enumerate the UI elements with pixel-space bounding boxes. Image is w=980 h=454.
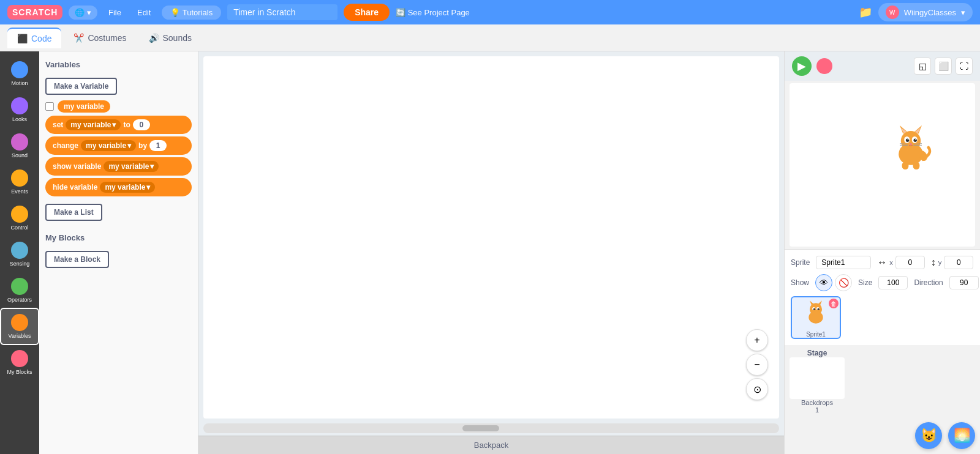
x-coord-input[interactable] (895, 256, 925, 269)
zoom-out-button[interactable]: − (746, 354, 768, 376)
right-panel: ▶ ◱ ⬜ ⛶ (784, 51, 980, 454)
sensing-dot (11, 242, 28, 259)
backdrops-count: 1 (790, 406, 845, 414)
operators-label: Operators (7, 297, 32, 303)
avatar: W (886, 6, 899, 19)
stage-title: Stage (790, 349, 845, 357)
share-button[interactable]: Share (344, 4, 390, 21)
add-backdrop-button[interactable]: 🌅 (948, 422, 975, 449)
sidebar-item-operators[interactable]: Operators (1, 273, 38, 308)
tab-code[interactable]: ⬛ Code (7, 28, 61, 48)
variable-dropdown-hide[interactable]: my variable ▾ (100, 182, 155, 193)
sidebar-item-myblocks[interactable]: My Blocks (1, 345, 38, 380)
sidebar-item-motion[interactable]: Motion (1, 56, 38, 91)
control-label: Control (10, 225, 28, 231)
make-list-button[interactable]: Make a List (45, 204, 102, 221)
stop-button[interactable] (816, 58, 832, 74)
sprite-thumb-sprite1[interactable]: 🗑 Sprite1 (791, 296, 841, 339)
tutorials-button[interactable]: 💡 Tutorials (162, 6, 221, 20)
set-value-input[interactable]: 0 (133, 119, 150, 130)
backpack-bar[interactable]: Backpack (198, 436, 784, 454)
events-dot (11, 169, 28, 187)
chevron-icon: ▾ (146, 183, 150, 192)
svg-point-26 (813, 308, 815, 310)
edit-menu-button[interactable]: Edit (132, 6, 156, 20)
sounds-icon: 🔊 (149, 33, 159, 43)
change-value-input[interactable]: 1 (149, 140, 167, 151)
sidebar-item-control[interactable]: Control (1, 201, 38, 236)
motion-label: Motion (11, 80, 28, 86)
direction-input[interactable] (949, 276, 979, 289)
sprite-panel: Sprite ↔ x ↕ y Show 👁 🚫 (785, 249, 980, 345)
small-stage-button[interactable]: ◱ (914, 58, 931, 75)
control-dot (11, 206, 28, 223)
sidebar-item-looks[interactable]: Looks (1, 92, 38, 127)
tab-sounds[interactable]: 🔊 Sounds (139, 28, 202, 48)
svg-marker-22 (818, 300, 823, 305)
language-button[interactable]: 🌐 ▾ (69, 6, 97, 20)
variable-dropdown-show[interactable]: my variable ▾ (104, 161, 159, 172)
show-label: Show (791, 278, 809, 287)
svg-rect-17 (902, 162, 909, 169)
variable-dropdown-set[interactable]: my variable ▾ (66, 119, 121, 130)
tab-costumes[interactable]: ✂️ Costumes (64, 28, 136, 48)
scrollbar-thumb (462, 425, 499, 431)
folder-icon-button[interactable]: 📁 (859, 6, 872, 19)
chevron-icon: ▾ (150, 162, 154, 171)
stage-horizontal-scrollbar[interactable] (203, 423, 779, 433)
sprite-delete-icon[interactable]: 🗑 (829, 299, 839, 308)
svg-point-8 (906, 139, 909, 142)
svg-point-23 (809, 311, 823, 323)
sidebar-item-variables[interactable]: Variables (1, 309, 38, 344)
sidebar-item-sensing[interactable]: Sensing (1, 237, 38, 272)
size-label: Size (858, 278, 872, 287)
preview-stage[interactable] (790, 83, 975, 247)
variables-section-title: Variables (45, 60, 192, 69)
normal-stage-button[interactable]: ⬜ (935, 58, 952, 75)
sidebar-item-events[interactable]: Events (1, 165, 38, 199)
make-variable-button[interactable]: Make a Variable (45, 78, 117, 95)
green-flag-button[interactable]: ▶ (792, 56, 812, 76)
hide-variable-label: hide variable (53, 183, 97, 192)
set-variable-block[interactable]: set my variable ▾ to 0 (45, 116, 192, 134)
user-menu-button[interactable]: W WiingyClasses ▾ (878, 3, 973, 21)
looks-dot (11, 97, 28, 114)
zoom-in-button[interactable]: + (746, 329, 768, 351)
x-coord-group: ↔ x (877, 256, 925, 269)
variable-checkbox[interactable] (45, 102, 54, 111)
stage-canvas[interactable]: + − ⊙ (203, 56, 779, 419)
variable-row: my variable (45, 100, 192, 113)
y-coord-input[interactable] (944, 256, 973, 269)
sprite-info-row: Sprite ↔ x ↕ y (791, 256, 974, 269)
variable-dropdown-change[interactable]: my variable ▾ (81, 140, 136, 151)
file-menu-button[interactable]: File (104, 6, 126, 20)
sprite-name-input[interactable] (816, 256, 871, 269)
sprite-thumb-image (801, 298, 831, 329)
direction-label: Direction (914, 278, 943, 287)
sidebar-item-sound[interactable]: Sound (1, 128, 38, 163)
sprite-thumb-label: Sprite1 (806, 331, 826, 338)
add-sprite-button[interactable]: 😺 (915, 422, 942, 449)
size-input[interactable] (878, 276, 908, 289)
backdrops-label: Backdrops (790, 399, 845, 406)
make-block-button[interactable]: Make a Block (45, 251, 109, 268)
operators-dot (11, 278, 28, 295)
show-hidden-button[interactable]: 🚫 (835, 274, 852, 291)
show-visible-button[interactable]: 👁 (815, 274, 832, 291)
project-title-input[interactable] (227, 4, 337, 20)
see-project-button[interactable]: 🔄 See Project Page (396, 8, 470, 17)
main-area: Motion Looks Sound Events Control Sensin… (0, 51, 980, 454)
y-coord-group: ↕ y (931, 256, 974, 269)
scratch-cat-sprite (883, 120, 938, 175)
hide-variable-block[interactable]: hide variable my variable ▾ (45, 178, 192, 196)
change-variable-block[interactable]: change my variable ▾ by 1 (45, 136, 192, 155)
zoom-reset-button[interactable]: ⊙ (746, 378, 768, 400)
tab-sounds-label: Sounds (163, 33, 192, 43)
scratch-logo: SCRATCH (7, 5, 62, 20)
show-variable-block[interactable]: show variable my variable ▾ (45, 157, 192, 176)
y-arrow-icon: ↕ (931, 257, 936, 268)
my-blocks-section-title: My Blocks (45, 233, 192, 242)
fullscreen-button[interactable]: ⛶ (956, 58, 973, 75)
events-label: Events (11, 188, 28, 195)
myblocks-dot (11, 350, 28, 367)
